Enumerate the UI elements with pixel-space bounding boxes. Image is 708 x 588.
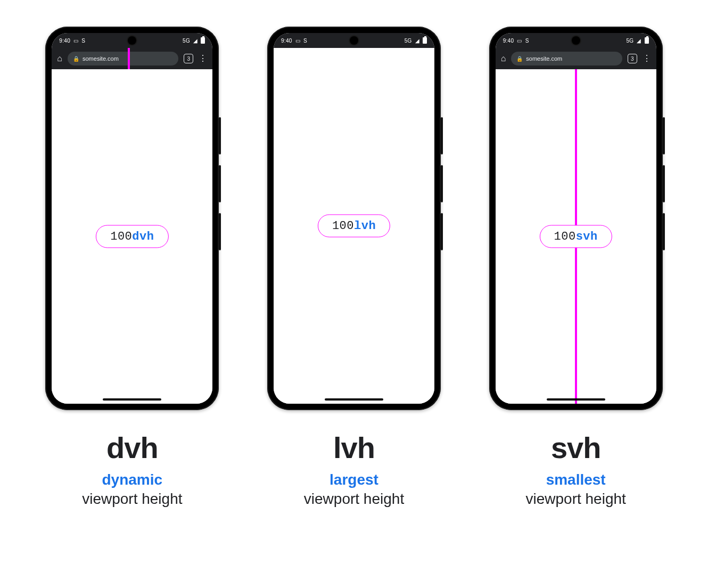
browser-toolbar: ⌂ 🔒 somesite.com 3 ⋮ [496,48,656,69]
pill-unit: svh [576,230,598,243]
pill-value: 100 [554,230,576,243]
phone-screen: 9:40 ▭ S 5G ⌂ 🔒 somesite.com [52,33,212,404]
column-lvh: 9:40 ▭ S 5G 100lvh [254,27,455,588]
caption-abbr: svh [526,430,626,465]
column-dvh: 9:40 ▭ S 5G ⌂ 🔒 somesite.com [32,27,233,588]
phone-screen: 9:40 ▭ S 5G ⌂ 🔒 somesite.com [496,33,656,404]
status-icon-card: ▭ [517,38,522,44]
caption-abbr: dvh [82,430,182,465]
status-icon-s: S [303,38,307,44]
battery-icon [645,37,649,44]
status-time: 9:40 [503,38,514,44]
home-icon[interactable]: ⌂ [501,54,506,63]
tabs-icon[interactable]: 3 [628,54,637,63]
browser-toolbar: ⌂ 🔒 somesite.com 3 ⋮ [52,48,212,69]
status-time: 9:40 [59,38,70,44]
status-icon-s: S [525,38,529,44]
caption-rest: viewport height [304,489,404,509]
menu-icon[interactable]: ⋮ [199,54,207,63]
status-network: 5G [183,38,190,44]
measurement-pill: 100lvh [318,215,390,238]
measurement-pill: 100dvh [96,225,168,248]
signal-icon [193,38,197,44]
status-icon-s: S [81,38,85,44]
pill-value: 100 [332,219,354,233]
home-icon[interactable]: ⌂ [57,54,62,63]
omnibox-url: somesite.com [83,55,119,62]
status-icon-card: ▭ [73,38,78,44]
caption-dvh: dvh dynamic viewport height [82,430,182,509]
status-network: 5G [405,38,412,44]
phone-frame: 9:40 ▭ S 5G ⌂ 🔒 somesite.com [45,27,219,410]
caption-accent: dynamic [102,471,163,488]
gesture-bar [103,398,161,401]
signal-icon [637,38,641,44]
caption-rest: viewport height [82,489,182,509]
camera-hole [128,36,136,45]
column-svh: 9:40 ▭ S 5G ⌂ 🔒 somesite.com [475,27,676,588]
camera-hole [572,36,580,45]
page-viewport: 100lvh [274,48,434,404]
phone-frame: 9:40 ▭ S 5G ⌂ 🔒 somesite.com [489,27,663,410]
battery-icon [201,37,205,44]
caption-rest: viewport height [526,489,626,509]
page-viewport: 100svh [496,69,656,404]
omnibox[interactable]: 🔒 somesite.com [511,52,622,66]
status-icon-card: ▭ [295,38,300,44]
signal-icon [415,38,419,44]
omnibox-url: somesite.com [526,55,562,62]
phone-frame: 9:40 ▭ S 5G 100lvh [267,27,441,410]
caption-accent: smallest [546,471,606,488]
lock-icon: 🔒 [73,56,79,62]
status-time: 9:40 [281,38,292,44]
gesture-bar [547,398,605,401]
omnibox[interactable]: 🔒 somesite.com [68,52,178,66]
page-viewport: 100dvh [52,69,212,404]
pill-unit: dvh [132,230,154,243]
status-network: 5G [626,38,633,44]
camera-hole [350,36,358,45]
phone-screen: 9:40 ▭ S 5G 100lvh [274,33,434,404]
battery-icon [423,37,427,44]
caption-svh: svh smallest viewport height [526,430,626,509]
caption-abbr: lvh [304,430,404,465]
caption-accent: largest [330,471,378,488]
menu-icon[interactable]: ⋮ [643,54,651,63]
pill-value: 100 [110,230,132,243]
tabs-icon[interactable]: 3 [184,54,193,63]
lock-icon: 🔒 [516,56,523,62]
measurement-pill: 100svh [540,225,612,248]
gesture-bar [325,398,383,401]
caption-lvh: lvh largest viewport height [304,430,404,509]
pill-unit: lvh [354,219,376,233]
